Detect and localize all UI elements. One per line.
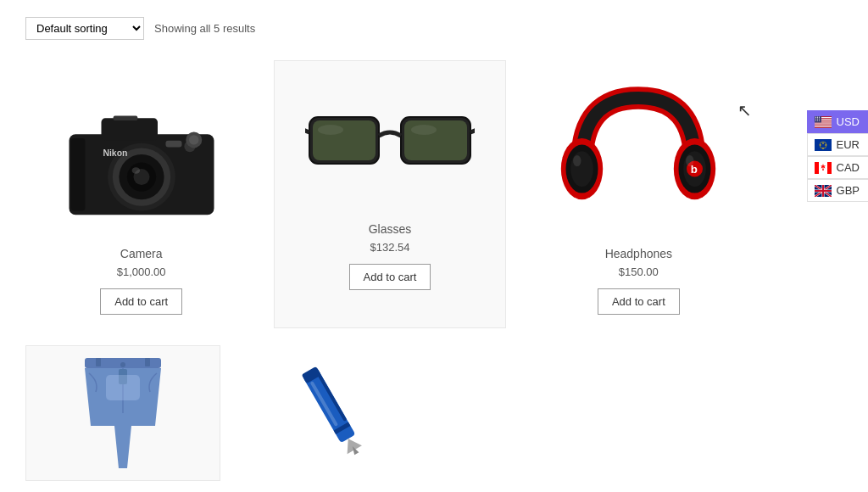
svg-rect-39 [106, 375, 140, 400]
toolbar: Default sorting Sort by popularity Sort … [25, 17, 843, 40]
svg-text:Nikon: Nikon [103, 148, 127, 158]
usd-label: USD [837, 115, 860, 128]
product-image-jeans [68, 358, 178, 468]
eur-label: EUR [837, 138, 860, 151]
products-row-2 [25, 345, 843, 481]
currency-gbp[interactable]: GBP [807, 179, 868, 202]
svg-rect-52 [815, 124, 832, 125]
product-image-camera: Nikon [57, 74, 226, 235]
svg-rect-64 [815, 139, 832, 151]
svg-rect-73 [822, 168, 823, 171]
product-card-pen [237, 345, 432, 481]
svg-rect-1 [101, 118, 158, 141]
svg-point-61 [815, 120, 815, 120]
currency-usd[interactable]: USD [807, 110, 868, 133]
product-image-headphones: b [554, 74, 723, 235]
svg-point-32 [686, 155, 694, 166]
usd-flag-icon [815, 116, 832, 128]
product-image-glasses [305, 75, 475, 210]
headphones-price: $150.00 [619, 266, 659, 278]
svg-rect-71 [815, 162, 819, 174]
add-to-cart-headphones[interactable]: Add to cart [598, 288, 680, 315]
glasses-name: Glasses [369, 222, 412, 236]
svg-point-62 [816, 120, 817, 120]
svg-point-57 [818, 116, 819, 117]
page-wrapper: Default sorting Sort by popularity Sort … [0, 0, 868, 492]
svg-point-21 [318, 125, 343, 135]
cad-flag-icon [815, 162, 832, 174]
camera-price: $1,000.00 [117, 266, 166, 278]
product-image-pen [284, 357, 386, 467]
svg-point-56 [816, 116, 817, 117]
svg-point-60 [818, 118, 819, 119]
svg-point-55 [815, 116, 815, 117]
svg-point-7 [131, 167, 140, 174]
svg-point-22 [411, 125, 437, 135]
svg-point-26 [573, 155, 581, 166]
svg-rect-35 [145, 358, 150, 366]
svg-rect-53 [815, 126, 832, 126]
svg-point-38 [120, 362, 125, 367]
svg-point-58 [815, 118, 815, 119]
svg-rect-14 [70, 138, 85, 211]
svg-point-25 [571, 151, 594, 187]
result-count: Showing all 5 results [154, 22, 255, 35]
svg-rect-72 [827, 162, 832, 174]
svg-point-63 [818, 120, 819, 120]
currency-cad[interactable]: CAD [807, 156, 868, 179]
currency-switcher: USD EUR [807, 110, 868, 202]
product-card-glasses: Glasses $132.54 Add to cart [274, 60, 505, 328]
camera-name: Camera [120, 247, 163, 260]
glasses-price: $132.54 [370, 241, 409, 254]
svg-point-12 [189, 135, 198, 144]
product-card-headphones: b Headphones $150.00 Add to cart [523, 60, 754, 328]
svg-rect-13 [113, 115, 137, 120]
currency-eur[interactable]: EUR [807, 133, 868, 156]
add-to-cart-glasses[interactable]: Add to cart [349, 264, 431, 290]
add-to-cart-camera[interactable]: Add to cart [100, 288, 182, 315]
svg-rect-9 [165, 141, 181, 148]
headphones-name: Headphones [605, 247, 672, 260]
products-grid: Nikon Camera $1,000.00 Add to cart [25, 60, 754, 328]
product-card-jeans [25, 345, 220, 481]
svg-rect-18 [404, 120, 467, 160]
svg-point-59 [816, 118, 817, 119]
gbp-flag-icon [815, 185, 832, 197]
sort-select[interactable]: Default sorting Sort by popularity Sort … [25, 17, 144, 40]
cad-label: CAD [837, 161, 860, 174]
svg-rect-51 [815, 122, 832, 123]
gbp-label: GBP [837, 184, 860, 197]
eur-flag-icon [815, 139, 832, 151]
product-card-camera: Nikon Camera $1,000.00 Add to cart [25, 60, 257, 328]
svg-rect-34 [96, 358, 101, 366]
